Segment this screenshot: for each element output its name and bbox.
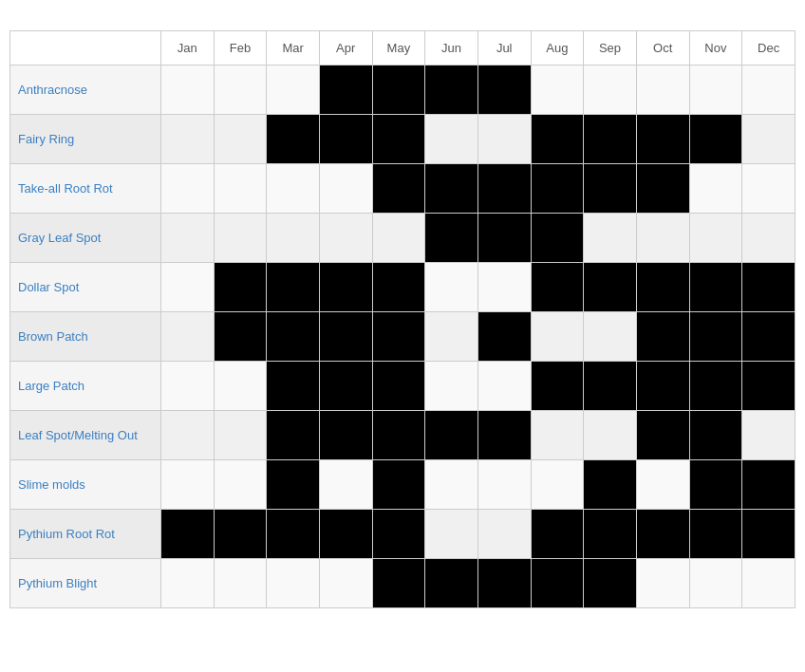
- disease-label: Large Patch: [10, 362, 161, 411]
- table-row: Pythium Blight: [10, 559, 796, 608]
- calendar-cell: [160, 312, 214, 362]
- calendar-cell: [742, 115, 796, 164]
- calendar-cell: [477, 164, 531, 214]
- calendar-cell: [372, 263, 425, 312]
- calendar-cell: [531, 312, 584, 362]
- calendar-cell: [319, 460, 372, 510]
- calendar-cell: [636, 460, 689, 510]
- calendar-cell: [584, 263, 637, 312]
- calendar-cell: [372, 559, 425, 608]
- calendar-cell: [689, 214, 742, 263]
- calendar-cell: [425, 214, 478, 263]
- calendar-cell: [214, 411, 267, 460]
- calendar-cell: [531, 263, 584, 312]
- calendar-cell: [689, 164, 742, 214]
- table-row: Gray Leaf Spot: [10, 214, 796, 263]
- table-row: Slime molds: [10, 460, 796, 510]
- calendar-cell: [584, 312, 637, 362]
- calendar-cell: [689, 115, 742, 164]
- calendar-cell: [267, 115, 320, 164]
- calendar-cell: [319, 510, 372, 559]
- calendar-cell: [267, 411, 320, 460]
- calendar-cell: [214, 65, 267, 115]
- calendar-cell: [372, 510, 425, 559]
- calendar-cell: [319, 263, 372, 312]
- calendar-cell: [477, 559, 531, 608]
- calendar-cell: [214, 460, 267, 510]
- calendar-cell: [689, 559, 742, 608]
- calendar-cell: [636, 312, 689, 362]
- calendar-cell: [319, 214, 372, 263]
- calendar-cell: [425, 411, 478, 460]
- table-row: Fairy Ring: [10, 115, 796, 164]
- calendar-cell: [742, 312, 796, 362]
- calendar-cell: [160, 214, 214, 263]
- calendar-cell: [742, 559, 796, 608]
- calendar-cell: [742, 411, 796, 460]
- calendar-cell: [372, 65, 425, 115]
- calendar-cell: [214, 115, 267, 164]
- calendar-cell: [584, 411, 637, 460]
- disease-label: Take-all Root Rot: [10, 164, 161, 214]
- calendar-cell: [372, 411, 425, 460]
- calendar-cell: [636, 164, 689, 214]
- disease-label: Pythium Root Rot: [10, 510, 161, 559]
- calendar-cell: [319, 164, 372, 214]
- calendar-cell: [689, 460, 742, 510]
- calendar-cell: [425, 312, 478, 362]
- calendar-cell: [636, 362, 689, 411]
- calendar-cell: [160, 510, 214, 559]
- month-header-oct: Oct: [636, 31, 689, 65]
- calendar-cell: [425, 510, 478, 559]
- month-header-jan: Jan: [160, 31, 214, 65]
- label-header: [10, 31, 161, 65]
- calendar-cell: [477, 65, 531, 115]
- calendar-cell: [214, 559, 267, 608]
- calendar-cell: [742, 510, 796, 559]
- page-title: [9, 9, 796, 30]
- calendar-cell: [689, 312, 742, 362]
- calendar-cell: [372, 312, 425, 362]
- disease-label: Fairy Ring: [10, 115, 161, 164]
- calendar-cell: [636, 263, 689, 312]
- calendar-cell: [425, 164, 478, 214]
- calendar-cell: [742, 460, 796, 510]
- table-row: Leaf Spot/Melting Out: [10, 411, 796, 460]
- calendar-cell: [477, 460, 531, 510]
- calendar-cell: [636, 214, 689, 263]
- calendar-cell: [160, 263, 214, 312]
- calendar-cell: [477, 411, 531, 460]
- calendar-cell: [160, 115, 214, 164]
- calendar-cell: [372, 460, 425, 510]
- calendar-cell: [425, 263, 478, 312]
- calendar-cell: [267, 65, 320, 115]
- calendar-cell: [742, 65, 796, 115]
- calendar-cell: [636, 115, 689, 164]
- calendar-cell: [531, 65, 584, 115]
- calendar-cell: [319, 362, 372, 411]
- calendar-cell: [531, 115, 584, 164]
- calendar-cell: [319, 115, 372, 164]
- calendar-cell: [742, 263, 796, 312]
- calendar-cell: [267, 460, 320, 510]
- disease-label: Brown Patch: [10, 312, 161, 362]
- calendar-cell: [425, 115, 478, 164]
- calendar-cell: [319, 559, 372, 608]
- calendar-cell: [372, 214, 425, 263]
- calendar-cell: [372, 164, 425, 214]
- table-row: Brown Patch: [10, 312, 796, 362]
- calendar-cell: [160, 460, 214, 510]
- calendar-cell: [372, 115, 425, 164]
- calendar-cell: [477, 214, 531, 263]
- calendar-cell: [531, 214, 584, 263]
- month-header-sep: Sep: [584, 31, 637, 65]
- calendar-cell: [531, 510, 584, 559]
- calendar-cell: [160, 362, 214, 411]
- disease-label: Gray Leaf Spot: [10, 214, 161, 263]
- calendar-cell: [742, 164, 796, 214]
- disease-label: Pythium Blight: [10, 559, 161, 608]
- table-row: Large Patch: [10, 362, 796, 411]
- calendar-cell: [214, 263, 267, 312]
- calendar-cell: [160, 164, 214, 214]
- calendar-cell: [531, 164, 584, 214]
